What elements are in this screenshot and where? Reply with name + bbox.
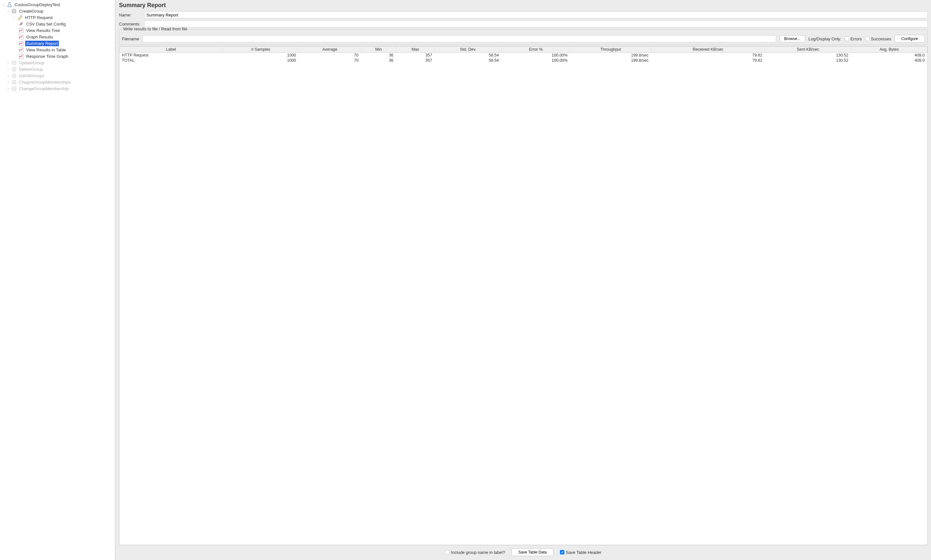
table-header-cell[interactable]: Max — [396, 46, 435, 52]
filename-label: Filename — [122, 37, 139, 42]
table-cell: 1000 — [223, 58, 298, 63]
table-cell: TOTAL — [119, 58, 223, 63]
tree-node-change-memberships[interactable]: › ChagneGroupMemberships — [0, 79, 115, 85]
tree-node-response-time-graph[interactable]: Response Time Graph — [0, 53, 115, 59]
table-cell: 79.82 — [651, 52, 765, 58]
tree-node-http-request[interactable]: › HTTP Request — [0, 14, 115, 21]
table-cell: 357 — [396, 52, 435, 58]
svg-point-18 — [13, 88, 15, 89]
save-table-header-checkbox-group[interactable]: Save Table Header — [560, 550, 601, 555]
table-row[interactable]: HTTP Request1000703635758.54100.00%199.8… — [119, 52, 928, 58]
table-body: HTTP Request1000703635758.54100.00%199.8… — [119, 52, 928, 63]
file-fieldset: Write results to file / Read from file F… — [119, 29, 928, 45]
tree-node-delete-group[interactable]: › DeleteGroup — [0, 66, 115, 72]
include-group-label: Include group name in label? — [451, 550, 505, 555]
table-header-cell[interactable]: Error % — [502, 46, 570, 52]
comments-row: Comments: — [119, 20, 928, 28]
tree-label-update-group: UpdateGroup — [18, 60, 45, 66]
flask-icon — [6, 2, 12, 8]
tree-label-delete-group: DeleteGroup — [18, 66, 44, 72]
table-row[interactable]: TOTAL1000703635758.54100.00%199.8/sec79.… — [119, 58, 928, 63]
table-header-cell[interactable]: Received KB/sec — [651, 46, 765, 52]
tree-label-response-time-graph: Response Time Graph — [25, 54, 69, 59]
table-cell: 199.8/sec — [570, 52, 651, 58]
gear-icon — [11, 66, 17, 72]
svg-point-12 — [13, 68, 15, 70]
name-input[interactable] — [144, 11, 928, 18]
table-cell: 409.0 — [851, 52, 927, 58]
configure-button[interactable]: Configure — [894, 35, 925, 43]
table-header-cell[interactable]: Label — [119, 46, 223, 52]
table-cell: 79.82 — [651, 58, 765, 63]
table-header-cell[interactable]: Std. Dev. — [435, 46, 502, 52]
tree-node-get-all-groups[interactable]: › GetAllGroups — [0, 72, 115, 79]
table-header-cell[interactable]: Sent KB/sec — [765, 46, 851, 52]
chart-icon — [18, 28, 24, 33]
errors-checkbox-group[interactable]: Errors — [845, 37, 862, 42]
table-header-row: Label# SamplesAverageMinMaxStd. Dev.Erro… — [119, 46, 928, 52]
fieldset-legend: Write results to file / Read from file — [122, 26, 188, 31]
tree-node-csv-config[interactable]: CSV Data Set Config — [0, 21, 115, 27]
tree-node-summary-report[interactable]: Summary Report — [0, 40, 115, 46]
table-header-cell[interactable]: Throughput — [570, 46, 651, 52]
comments-input[interactable] — [144, 20, 928, 28]
svg-point-16 — [13, 82, 15, 83]
filename-input[interactable] — [142, 35, 776, 42]
tree-label-change-membership: ChangeGroupMembership — [18, 86, 69, 91]
tree-node-view-results-tree[interactable]: View Results Tree — [0, 27, 115, 34]
table-cell: 357 — [396, 58, 435, 63]
gear-icon — [11, 60, 17, 66]
include-group-checkbox[interactable] — [445, 550, 450, 554]
tree-panel: ⌄ CustosGroupDeployTest ⌄ CreateGroup › … — [0, 0, 116, 560]
chevron-right-icon[interactable]: › — [12, 15, 16, 20]
results-table: Label# SamplesAverageMinMaxStd. Dev.Erro… — [119, 46, 928, 63]
browse-button[interactable]: Browse... — [780, 35, 805, 42]
chart-icon — [18, 53, 24, 59]
chevron-down-icon[interactable]: ⌄ — [6, 9, 10, 13]
tree-node-change-membership[interactable]: › ChangeGroupMembership — [0, 85, 115, 92]
tree-node-root[interactable]: ⌄ CustosGroupDeployTest — [0, 1, 115, 8]
include-group-checkbox-group[interactable]: Include group name in label? — [445, 550, 505, 555]
table-header-cell[interactable]: Avg. Bytes — [851, 46, 927, 52]
save-table-header-checkbox[interactable] — [560, 550, 564, 554]
name-row: Name: — [119, 11, 928, 18]
successes-checkbox-group[interactable]: Successes — [865, 37, 891, 42]
panel-title: Summary Report — [119, 2, 928, 9]
chevron-right-icon[interactable]: › — [6, 73, 10, 78]
name-label: Name: — [119, 12, 144, 17]
successes-label: Successes — [871, 37, 891, 42]
gear-icon — [11, 86, 17, 91]
chevron-right-icon[interactable]: › — [6, 80, 10, 84]
table-header-cell[interactable]: # Samples — [223, 46, 298, 52]
results-table-container: Label# SamplesAverageMinMaxStd. Dev.Erro… — [119, 46, 928, 545]
pipette-icon — [17, 15, 23, 20]
svg-point-2 — [13, 10, 15, 12]
table-header-cell[interactable]: Average — [299, 46, 361, 52]
tree-node-graph-results[interactable]: Graph Results — [0, 34, 115, 40]
table-cell: 36 — [361, 52, 396, 58]
tree-label-summary-report: Summary Report — [25, 41, 59, 46]
table-cell: HTTP Request — [119, 52, 223, 58]
tree-node-create-group[interactable]: ⌄ CreateGroup — [0, 8, 115, 14]
table-cell: 100.00% — [502, 52, 570, 58]
chart-icon — [18, 40, 24, 46]
chevron-right-icon[interactable]: › — [6, 67, 10, 71]
tree-node-update-group[interactable]: › UpdateGroup — [0, 59, 115, 66]
tree-label-view-results-tree: View Results Tree — [25, 28, 61, 33]
table-header-cell[interactable]: Min — [361, 46, 396, 52]
save-table-data-button[interactable]: Save Table Data — [511, 548, 553, 556]
chart-icon — [18, 34, 24, 40]
errors-checkbox[interactable] — [845, 37, 849, 41]
svg-point-10 — [13, 62, 15, 63]
chevron-down-icon[interactable]: ⌄ — [1, 2, 6, 7]
tree-label-change-memberships: ChagneGroupMemberships — [18, 80, 72, 85]
tree-label-csv-config: CSV Data Set Config — [25, 21, 66, 27]
svg-rect-0 — [8, 2, 10, 3]
table-cell: 1000 — [223, 52, 298, 58]
chevron-right-icon[interactable]: › — [6, 86, 10, 91]
successes-checkbox[interactable] — [865, 37, 869, 41]
wrench-icon — [18, 21, 24, 27]
tree-node-view-results-table[interactable]: View Results in Table — [0, 46, 115, 53]
bottom-bar: Include group name in label? Save Table … — [119, 545, 928, 558]
chevron-right-icon[interactable]: › — [6, 60, 10, 65]
